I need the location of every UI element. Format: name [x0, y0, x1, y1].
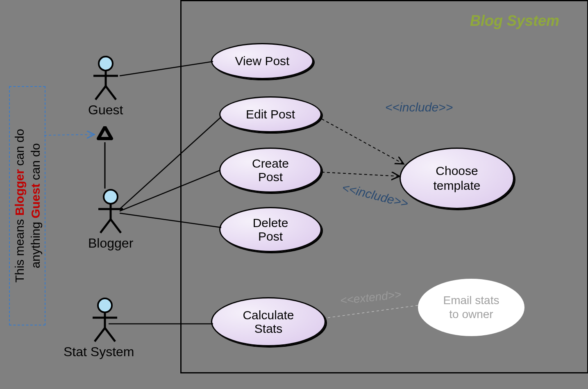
actor-label-guest: Guest	[88, 102, 123, 118]
note-text: This means Blogger can do anything Guest…	[11, 129, 43, 282]
svg-point-5	[104, 190, 118, 204]
actor-stat: Stat System	[76, 297, 134, 359]
stereotype-include-1: <<include>>	[385, 100, 453, 114]
svg-line-8	[100, 219, 111, 233]
stick-figure-icon	[89, 55, 122, 100]
usecase-view-post: View Post	[211, 43, 313, 79]
generalization-arrow-icon	[97, 126, 113, 144]
note-box: This means Blogger can do anything Guest…	[9, 86, 45, 325]
actor-guest: Guest	[88, 55, 123, 118]
usecase-email-stats: Email statsto owner	[418, 279, 524, 336]
stick-figure-icon	[89, 297, 121, 342]
svg-point-0	[99, 57, 113, 71]
usecase-choose-template: Choosetemplate	[400, 148, 514, 209]
svg-line-3	[95, 86, 106, 100]
actor-blogger: Blogger	[88, 189, 133, 251]
svg-point-10	[98, 298, 112, 312]
stick-figure-icon	[94, 189, 127, 234]
system-title: Blog System	[470, 12, 559, 30]
actor-label-stat: Stat System	[64, 344, 134, 359]
svg-line-4	[106, 86, 116, 100]
actor-label-blogger: Blogger	[88, 236, 133, 251]
usecase-delete-post: DeletePost	[219, 207, 322, 252]
usecase-edit-post: Edit Post	[219, 96, 322, 132]
usecase-create-post: CreatePost	[219, 148, 322, 193]
svg-line-26	[44, 134, 94, 135]
svg-line-9	[111, 219, 121, 233]
svg-line-13	[95, 328, 105, 341]
usecase-calculate-stats: CalculateStats	[211, 297, 326, 346]
svg-line-14	[105, 328, 115, 341]
